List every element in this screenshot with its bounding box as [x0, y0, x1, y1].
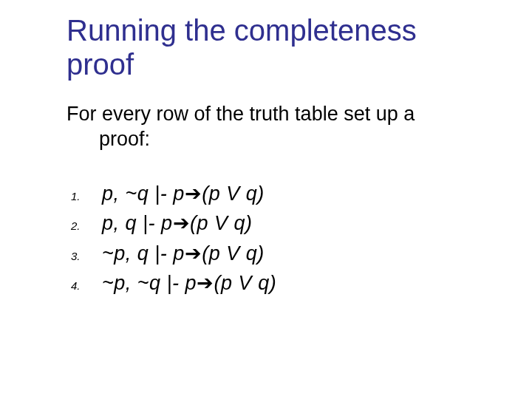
item-formula: ~p, ~q |- p➔(p V q)	[102, 268, 276, 299]
list-item: 1. p, ~q |- p➔(p V q)	[71, 179, 502, 209]
intro-line-2: proof:	[71, 127, 502, 152]
arrow-icon: ➔	[185, 183, 202, 205]
formula-prefix: ~p, ~q |- p	[102, 272, 197, 294]
formula-prefix: p, ~q |- p	[102, 183, 185, 205]
item-formula: p, q |- p➔(p V q)	[102, 208, 253, 239]
title-line-1: Running the completeness	[66, 14, 417, 47]
arrow-icon: ➔	[197, 272, 214, 294]
proof-list: 1. p, ~q |- p➔(p V q) 2. p, q |- p➔(p V …	[66, 179, 502, 299]
item-number: 2.	[71, 218, 102, 235]
formula-prefix: p, q |- p	[102, 212, 173, 234]
formula-prefix: ~p, q |- p	[102, 242, 185, 265]
slide-title: Running the completeness proof	[66, 13, 502, 81]
slide: Running the completeness proof For every…	[0, 0, 532, 399]
arrow-icon: ➔	[185, 242, 202, 265]
title-line-2: proof	[66, 48, 134, 81]
item-number: 1.	[71, 188, 102, 205]
item-number: 3.	[71, 248, 102, 265]
formula-suffix: (p V q)	[214, 272, 277, 294]
list-item: 4. ~p, ~q |- p➔(p V q)	[71, 268, 502, 299]
formula-suffix: (p V q)	[190, 212, 253, 234]
item-formula: p, ~q |- p➔(p V q)	[102, 179, 265, 209]
formula-suffix: (p V q)	[202, 242, 265, 265]
intro-text: For every row of the truth table set up …	[66, 102, 502, 152]
formula-suffix: (p V q)	[202, 183, 265, 205]
list-item: 3. ~p, q |- p➔(p V q)	[71, 239, 502, 269]
intro-line-1: For every row of the truth table set up …	[66, 103, 415, 125]
list-item: 2. p, q |- p➔(p V q)	[71, 208, 502, 239]
item-number: 4.	[71, 278, 102, 295]
arrow-icon: ➔	[173, 212, 191, 234]
item-formula: ~p, q |- p➔(p V q)	[102, 239, 265, 269]
